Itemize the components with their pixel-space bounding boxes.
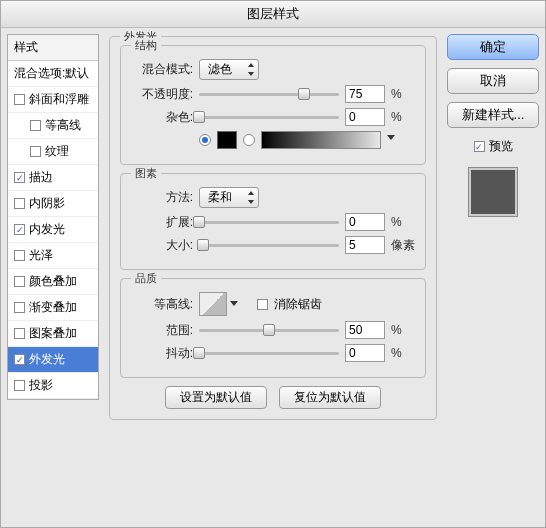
sidebar-item-contour[interactable]: 等高线 <box>8 113 98 139</box>
blend-mode-label: 混合模式: <box>131 61 193 78</box>
sidebar-item-outer-glow[interactable]: 外发光 <box>8 347 98 373</box>
sidebar-item-gradient-overlay[interactable]: 渐变叠加 <box>8 295 98 321</box>
sidebar-item-inner-shadow[interactable]: 内阴影 <box>8 191 98 217</box>
checkbox-icon[interactable] <box>14 94 25 105</box>
spread-slider[interactable] <box>199 215 339 229</box>
spread-label: 扩展: <box>131 214 193 231</box>
checkbox-icon[interactable] <box>14 380 25 391</box>
size-label: 大小: <box>131 237 193 254</box>
jitter-slider[interactable] <box>199 346 339 360</box>
color-swatch[interactable] <box>217 131 237 149</box>
window-title: 图层样式 <box>1 1 545 28</box>
contour-picker[interactable] <box>199 292 227 316</box>
checkbox-icon[interactable] <box>14 302 25 313</box>
technique-select[interactable]: 柔和 <box>199 187 259 208</box>
sidebar-item-label: 纹理 <box>45 143 69 160</box>
elements-group: 图素 方法: 柔和 扩展: 0 % 大小: 5 <box>120 173 426 270</box>
opacity-label: 不透明度: <box>131 86 193 103</box>
spread-unit: % <box>391 215 415 229</box>
sidebar-item-satin[interactable]: 光泽 <box>8 243 98 269</box>
opacity-unit: % <box>391 87 415 101</box>
sidebar-item-inner-glow[interactable]: 内发光 <box>8 217 98 243</box>
noise-input[interactable]: 0 <box>345 108 385 126</box>
noise-unit: % <box>391 110 415 124</box>
outer-glow-group: 外发光 结构 混合模式: 滤色 不透明度: 75 % 杂色: <box>109 36 437 420</box>
reset-default-button[interactable]: 复位为默认值 <box>279 386 381 409</box>
preview-swatch <box>468 167 518 217</box>
elements-legend: 图素 <box>131 166 161 181</box>
checkbox-icon[interactable] <box>14 198 25 209</box>
chevron-down-icon <box>230 301 238 306</box>
sidebar-header: 样式 <box>8 35 98 61</box>
sidebar-item-stroke[interactable]: 描边 <box>8 165 98 191</box>
sidebar-item-label: 内发光 <box>29 221 65 238</box>
checkbox-icon[interactable] <box>14 172 25 183</box>
checkbox-icon[interactable] <box>14 354 25 365</box>
contour-label: 等高线: <box>131 296 193 313</box>
structure-group: 结构 混合模式: 滤色 不透明度: 75 % 杂色: 0 <box>120 45 426 165</box>
checkbox-icon[interactable] <box>30 120 41 131</box>
sidebar-item-label: 等高线 <box>45 117 81 134</box>
sidebar-item-label: 投影 <box>29 377 53 394</box>
sidebar-item-texture[interactable]: 纹理 <box>8 139 98 165</box>
sidebar-item-drop-shadow[interactable]: 投影 <box>8 373 98 399</box>
opacity-input[interactable]: 75 <box>345 85 385 103</box>
checkbox-icon[interactable] <box>30 146 41 157</box>
new-style-button[interactable]: 新建样式... <box>447 102 539 128</box>
checkbox-icon[interactable] <box>14 224 25 235</box>
ok-button[interactable]: 确定 <box>447 34 539 60</box>
structure-legend: 结构 <box>131 38 161 53</box>
opacity-slider[interactable] <box>199 87 339 101</box>
quality-legend: 品质 <box>131 271 161 286</box>
preview-checkbox[interactable] <box>474 141 485 152</box>
blend-mode-select[interactable]: 滤色 <box>199 59 259 80</box>
right-column: 确定 取消 新建样式... 预览 <box>447 34 539 522</box>
size-input[interactable]: 5 <box>345 236 385 254</box>
sidebar-item-label: 颜色叠加 <box>29 273 77 290</box>
size-unit: 像素 <box>391 237 415 254</box>
sidebar-item-label: 斜面和浮雕 <box>29 91 89 108</box>
quality-group: 品质 等高线: 消除锯齿 范围: 50 % <box>120 278 426 378</box>
color-radio[interactable] <box>199 134 211 146</box>
style-sidebar: 样式 混合选项:默认 斜面和浮雕 等高线 纹理 描 <box>7 34 99 522</box>
main-panel: 外发光 结构 混合模式: 滤色 不透明度: 75 % 杂色: <box>105 34 441 522</box>
sidebar-item-pattern-overlay[interactable]: 图案叠加 <box>8 321 98 347</box>
sidebar-item-bevel[interactable]: 斜面和浮雕 <box>8 87 98 113</box>
gradient-radio[interactable] <box>243 134 255 146</box>
sidebar-item-label: 外发光 <box>29 351 65 368</box>
jitter-label: 抖动: <box>131 345 193 362</box>
gradient-picker[interactable] <box>261 131 381 149</box>
preview-label: 预览 <box>489 138 513 155</box>
sidebar-item-blend-options[interactable]: 混合选项:默认 <box>8 61 98 87</box>
cancel-button[interactable]: 取消 <box>447 68 539 94</box>
noise-slider[interactable] <box>199 110 339 124</box>
spread-input[interactable]: 0 <box>345 213 385 231</box>
range-label: 范围: <box>131 322 193 339</box>
anti-alias-label: 消除锯齿 <box>274 296 322 313</box>
sidebar-item-color-overlay[interactable]: 颜色叠加 <box>8 269 98 295</box>
sidebar-item-label: 内阴影 <box>29 195 65 212</box>
range-unit: % <box>391 323 415 337</box>
jitter-unit: % <box>391 346 415 360</box>
sidebar-item-label: 渐变叠加 <box>29 299 77 316</box>
noise-label: 杂色: <box>131 109 193 126</box>
sidebar-item-label: 图案叠加 <box>29 325 77 342</box>
layer-style-window: 图层样式 样式 混合选项:默认 斜面和浮雕 等高线 纹理 <box>0 0 546 528</box>
checkbox-icon[interactable] <box>14 328 25 339</box>
sidebar-item-label: 描边 <box>29 169 53 186</box>
anti-alias-checkbox[interactable] <box>257 299 268 310</box>
size-slider[interactable] <box>199 238 339 252</box>
range-input[interactable]: 50 <box>345 321 385 339</box>
sidebar-item-label: 混合选项:默认 <box>14 65 89 82</box>
checkbox-icon[interactable] <box>14 276 25 287</box>
range-slider[interactable] <box>199 323 339 337</box>
chevron-down-icon <box>387 135 395 140</box>
technique-label: 方法: <box>131 189 193 206</box>
checkbox-icon[interactable] <box>14 250 25 261</box>
sidebar-item-label: 光泽 <box>29 247 53 264</box>
jitter-input[interactable]: 0 <box>345 344 385 362</box>
make-default-button[interactable]: 设置为默认值 <box>165 386 267 409</box>
